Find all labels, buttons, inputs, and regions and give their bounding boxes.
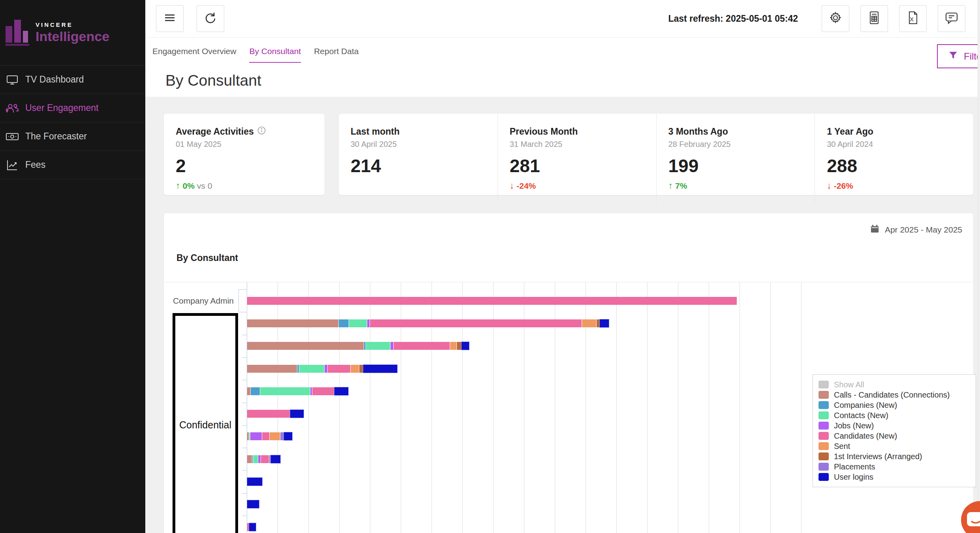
bar-segment-logins[interactable] [600,319,609,327]
bar-segment-companies[interactable] [339,319,349,327]
bar-segment-sent[interactable] [270,432,280,440]
menu-icon [163,12,176,25]
bar-segment-sent[interactable] [582,319,596,327]
bar-segment-logins[interactable] [363,365,397,373]
bar-segment-candidates[interactable] [370,319,582,327]
legend-item-contacts[interactable]: Contacts (New) [819,410,970,420]
confidential-overlay: Confidential [173,313,238,533]
bar-segment-logins[interactable] [247,500,259,508]
legend-swatch [819,473,829,481]
scrollbar[interactable] [978,0,980,533]
bar-segment-candidates[interactable] [328,365,350,373]
sidebar-item-user-engagement[interactable]: User Engagement [0,94,145,122]
legend-item-companies[interactable]: Companies (New) [819,400,970,410]
bar-segment-contacts[interactable] [260,387,310,395]
sidebar-item-fees[interactable]: Fees [0,151,145,179]
bar-segment-calls[interactable] [247,319,338,327]
bar-segment-candidates[interactable] [247,523,249,531]
legend-item-jobs[interactable]: Jobs (New) [819,420,970,431]
bar-segment-jobs[interactable] [250,432,262,440]
bar-segment-jobs[interactable] [258,455,261,463]
bar-segment-companies[interactable] [297,365,299,373]
bar-segment-logins[interactable] [462,342,469,350]
bar-segment-companies[interactable] [252,455,253,463]
bar-segment-sent[interactable] [450,342,456,350]
gear-icon [828,11,843,26]
bar-segment-logins[interactable] [249,523,256,531]
tab-engagement-overview[interactable]: Engagement Overview [152,47,236,63]
bar-segment-calls[interactable] [247,432,249,440]
legend-item-calls[interactable]: Calls - Candidates (Connections) [819,390,970,400]
bar-segment-calls[interactable] [247,387,250,395]
stat-delta: ↑0%vs 0 [176,180,313,191]
bar-segment-sent[interactable] [351,365,359,373]
bar-segment-logins[interactable] [290,410,304,418]
legend-item-sent[interactable]: Sent [819,441,970,451]
bar-segment-interviews[interactable] [597,319,599,327]
legend-swatch [819,401,829,409]
bar-segment-interviews[interactable] [359,365,363,373]
bar-segment-contacts[interactable] [299,365,324,373]
bar-segment-candidates[interactable] [312,387,334,395]
bar-segment-jobs[interactable] [325,365,327,373]
refresh-button[interactable] [197,5,224,32]
bar-row [247,297,737,305]
stat-value: 288 [827,155,961,176]
stat-card-1-year-ago: 1 Year Ago30 April 2024288↓-26% [815,114,973,204]
bar-segment-companies[interactable] [364,342,366,350]
bar-segment-calls[interactable] [247,342,364,350]
bar-segment-logins[interactable] [271,455,280,463]
stat-label: Average Activities [176,126,313,137]
bar-row [247,432,292,440]
sidebar-item-the-forecaster[interactable]: The Forecaster [0,122,145,151]
chart-card: Apr 2025 - May 2025 By Consultant Compan… [164,213,973,533]
bar-segment-logins[interactable] [284,432,292,440]
gear-button[interactable] [822,5,849,32]
bar-segment-jobs[interactable] [390,342,393,350]
bar-segment-calls[interactable] [247,365,297,373]
bar-segment-jobs[interactable] [310,387,312,395]
report-button[interactable] [860,5,888,32]
bar-segment-calls[interactable] [247,455,252,463]
excel-export-button[interactable]: X [899,5,927,32]
bar-segment-logins[interactable] [334,387,348,395]
y-axis-tick [242,380,247,380]
bar-segment-placements[interactable] [269,455,270,463]
legend-label: Placements [834,462,875,471]
x-gridline [709,282,709,533]
comment-button[interactable] [938,5,965,32]
bar-segment-contacts[interactable] [349,319,367,327]
tab-report-data[interactable]: Report Data [314,47,359,63]
sidebar-item-tv-dashboard[interactable]: TV Dashboard [0,66,145,94]
legend-item-logins[interactable]: User logins [819,472,970,482]
bar-segment-candidates[interactable] [261,455,269,463]
stat-date: 30 April 2025 [351,140,486,149]
bar-segment-contacts[interactable] [249,432,250,440]
bar-segment-logins[interactable] [247,478,262,486]
stat-date: 28 February 2025 [668,140,803,149]
legend-item-candidates[interactable]: Candidates (New) [819,431,970,441]
bar-segment-contacts[interactable] [253,455,258,463]
bar-segment-contacts[interactable] [366,342,390,350]
legend-label: 1st Interviews (Arranged) [834,452,922,461]
bar-segment-candidates[interactable] [247,410,290,418]
menu-button[interactable] [156,5,184,32]
category-bracket-line [238,289,243,290]
legend-item-interviews[interactable]: 1st Interviews (Arranged) [819,451,970,462]
legend-item-show-all[interactable]: Show All [819,379,970,390]
date-range-picker[interactable]: Apr 2025 - May 2025 [870,224,962,235]
bar-segment-interviews[interactable] [457,342,461,350]
tab-by-consultant[interactable]: By Consultant [249,47,301,63]
tab-bar: Engagement OverviewBy ConsultantReport D… [152,47,359,63]
bar-segment-candidates[interactable] [262,432,269,440]
bar-segment-companies[interactable] [251,387,260,395]
bar-segment-placements[interactable] [280,432,283,440]
bar-segment-jobs[interactable] [367,319,370,327]
legend-item-placements[interactable]: Placements [819,462,970,472]
bar-row [247,478,262,486]
bar-segment-candidates[interactable] [247,297,737,305]
info-icon[interactable] [257,126,266,137]
bar-row [247,455,280,463]
bar-segment-candidates[interactable] [394,342,450,350]
filter-button[interactable]: Filter [937,44,980,68]
